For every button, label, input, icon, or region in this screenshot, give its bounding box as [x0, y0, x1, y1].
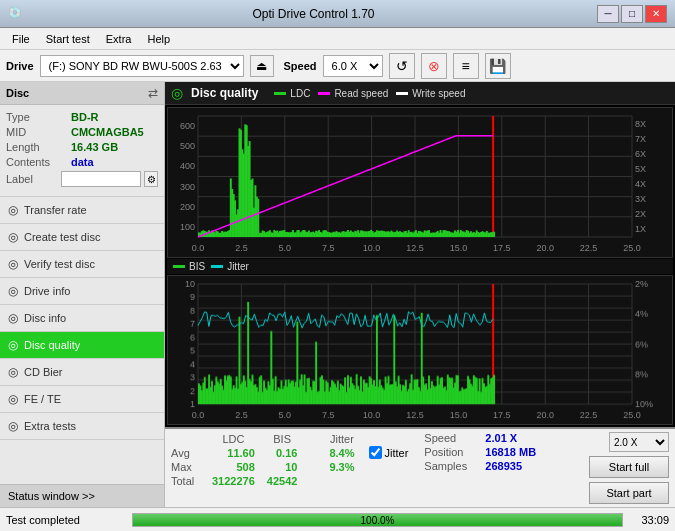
nav-label-verify: Verify test disc	[24, 258, 95, 270]
disc-type-value: BD-R	[71, 111, 99, 123]
progress-text: 100.0%	[133, 514, 622, 527]
menu-extra[interactable]: Extra	[98, 31, 140, 47]
disc-label-label: Label	[6, 173, 61, 185]
jitter-checkbox-label: Jitter	[385, 447, 409, 459]
app-title: Opti Drive Control 1.70	[30, 7, 597, 21]
disc-length-value: 16.43 GB	[71, 141, 118, 153]
legend-read-label: Read speed	[334, 88, 388, 99]
chart-title: Disc quality	[191, 86, 258, 100]
legend-jitter: Jitter	[211, 261, 249, 272]
nav-transfer-rate[interactable]: ◎ Transfer rate	[0, 197, 164, 224]
window-controls: ─ □ ✕	[597, 5, 667, 23]
left-panel: Disc ⇄ Type BD-R MID CMCMAGBA5 Length 16…	[0, 82, 165, 507]
jitter-checkbox[interactable]	[369, 446, 382, 459]
clean-button[interactable]: ⊗	[421, 53, 447, 79]
nav-disc-quality[interactable]: ◎ Disc quality	[0, 332, 164, 359]
menu-bar: File Start test Extra Help	[0, 28, 675, 50]
app-icon: 💿	[8, 6, 24, 22]
disc-header: Disc ⇄	[0, 82, 164, 105]
nav-verify-test-disc[interactable]: ◎ Verify test disc	[0, 251, 164, 278]
start-part-button[interactable]: Start part	[589, 482, 669, 504]
drive-select[interactable]: (F:) SONY BD RW BWU-500S 2.63	[40, 55, 244, 77]
nav-disc-info[interactable]: ◎ Disc info	[0, 305, 164, 332]
eject-button[interactable]: ⏏	[250, 55, 274, 77]
menu-help[interactable]: Help	[139, 31, 178, 47]
legend-ldc-color	[274, 92, 286, 95]
menu-start-test[interactable]: Start test	[38, 31, 98, 47]
speed-label: Speed	[284, 60, 317, 72]
jitter-checkbox-container: Jitter	[369, 446, 409, 459]
title-bar: 💿 Opti Drive Control 1.70 ─ □ ✕	[0, 0, 675, 28]
minimize-button[interactable]: ─	[597, 5, 619, 23]
speed-row: Speed 2.01 X	[424, 432, 536, 444]
speed-select[interactable]: 6.0 X	[323, 55, 383, 77]
stats-avg-jitter: 8.4%	[323, 446, 360, 460]
nav-label-quality: Disc quality	[24, 339, 80, 351]
status-text: Test completed	[6, 514, 126, 526]
action-buttons: 2.0 X Start full Start part	[589, 432, 669, 504]
disc-contents-row: Contents data	[6, 156, 158, 168]
samples-value: 268935	[485, 460, 522, 472]
stats-max-label: Max	[171, 460, 206, 474]
bis-chart-header: BIS Jitter	[167, 259, 673, 274]
stats-total-label: Total	[171, 474, 206, 488]
disc-label-input[interactable]	[61, 171, 141, 187]
speed-stat-label: Speed	[424, 432, 479, 444]
nav-list: ◎ Transfer rate ◎ Create test disc ◎ Ver…	[0, 197, 164, 484]
stats-table: LDC BIS Jitter Avg 11.60 0.16 8.4% Max 5…	[171, 432, 361, 488]
nav-label-fe: FE / TE	[24, 393, 61, 405]
nav-drive-info[interactable]: ◎ Drive info	[0, 278, 164, 305]
ldc-chart-canvas	[168, 108, 672, 257]
extra-button[interactable]: ≡	[453, 53, 479, 79]
nav-label-extra: Extra tests	[24, 420, 76, 432]
speed-stat-value: 2.01 X	[485, 432, 517, 444]
stats-header-jitter: Jitter	[323, 432, 360, 446]
status-window-button[interactable]: Status window >>	[0, 484, 164, 507]
nav-create-test-disc[interactable]: ◎ Create test disc	[0, 224, 164, 251]
stats-avg-bis: 0.16	[261, 446, 304, 460]
save-button[interactable]: 💾	[485, 53, 511, 79]
nav-extra-tests[interactable]: ◎ Extra tests	[0, 413, 164, 440]
legend-write-label: Write speed	[412, 88, 465, 99]
menu-file[interactable]: File	[4, 31, 38, 47]
nav-fe-te[interactable]: ◎ FE / TE	[0, 386, 164, 413]
disc-mid-label: MID	[6, 126, 71, 138]
status-window-label: Status window >>	[8, 490, 95, 502]
disc-type-row: Type BD-R	[6, 111, 158, 123]
nav-icon-create: ◎	[8, 230, 18, 244]
nav-cd-bier[interactable]: ◎ CD Bier	[0, 359, 164, 386]
close-button[interactable]: ✕	[645, 5, 667, 23]
disc-length-label: Length	[6, 141, 71, 153]
legend-bis: BIS	[173, 261, 205, 272]
stats-max-bis: 10	[261, 460, 304, 474]
nav-icon-verify: ◎	[8, 257, 18, 271]
refresh-button[interactable]: ↺	[389, 53, 415, 79]
disc-mid-row: MID CMCMAGBA5	[6, 126, 158, 138]
nav-label-transfer: Transfer rate	[24, 204, 87, 216]
bis-chart	[167, 275, 673, 426]
maximize-button[interactable]: □	[621, 5, 643, 23]
disc-refresh-icon[interactable]: ⇄	[148, 86, 158, 100]
nav-label-drive: Drive info	[24, 285, 70, 297]
disc-type-label: Type	[6, 111, 71, 123]
status-time: 33:09	[629, 514, 669, 526]
disc-mid-value: CMCMAGBA5	[71, 126, 144, 138]
bis-chart-canvas	[168, 276, 672, 425]
action-speed-select[interactable]: 2.0 X	[609, 432, 669, 452]
nav-icon-transfer: ◎	[8, 203, 18, 217]
speed-position-stats: Speed 2.01 X Position 16818 MB Samples 2…	[424, 432, 536, 472]
stats-header-bis: BIS	[261, 432, 304, 446]
chart-header-icon: ◎	[171, 85, 183, 101]
stats-avg-ldc: 11.60	[206, 446, 261, 460]
legend-read-speed: Read speed	[318, 88, 388, 99]
nav-icon-cd: ◎	[8, 365, 18, 379]
disc-label-row: Label ⚙	[6, 171, 158, 187]
disc-contents-value: data	[71, 156, 94, 168]
chart-header: ◎ Disc quality LDC Read speed Write spee…	[165, 82, 675, 105]
disc-label-btn[interactable]: ⚙	[144, 171, 158, 187]
disc-length-row: Length 16.43 GB	[6, 141, 158, 153]
legend-write-speed: Write speed	[396, 88, 465, 99]
speed-combo-row: 2.0 X	[609, 432, 669, 452]
nav-icon-drive: ◎	[8, 284, 18, 298]
start-full-button[interactable]: Start full	[589, 456, 669, 478]
